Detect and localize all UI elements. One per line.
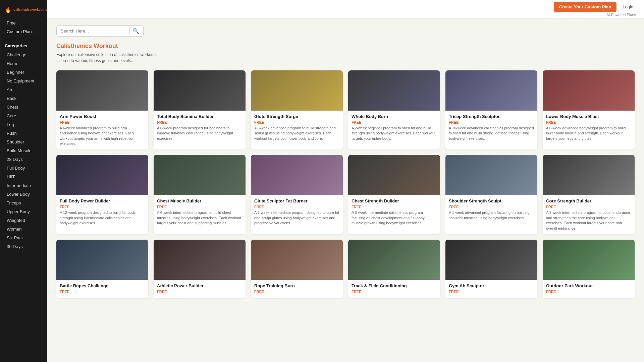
- workout-card[interactable]: Tricep Strength SculptorFREEA 10-week ad…: [445, 70, 537, 149]
- content-area: 🔍 Calisthenics Workout Explore our exten…: [47, 19, 644, 362]
- card-image: [251, 155, 343, 195]
- workout-card[interactable]: Glute Sculptor Fat BurnerFREEA 7-week in…: [251, 155, 343, 234]
- card-badge: FREE: [60, 120, 145, 124]
- cards-row-2: Full Body Power BuilderFREEA 12-week pro…: [56, 155, 635, 234]
- workout-card[interactable]: Lower Body Muscle BlastFREEA 6-week adva…: [543, 70, 635, 149]
- sidebar-divider: [5, 39, 42, 39]
- search-input[interactable]: [61, 28, 127, 34]
- card-title: Glute Strength Surge: [254, 114, 339, 120]
- workout-card[interactable]: Total Body Stamina BuilderFREEA 6-week p…: [154, 70, 246, 149]
- card-image: [251, 70, 343, 111]
- workout-card[interactable]: Chest Muscle BuilderFREEA 6-week interme…: [154, 155, 246, 234]
- sidebar-top-items: FreeCustom Plan: [0, 18, 47, 36]
- card-desc: A 12-week program designed to build full…: [60, 210, 145, 226]
- sidebar-item-lower-body[interactable]: Lower Body: [2, 190, 45, 198]
- workout-card[interactable]: Chest Strength BuilderFREEA 3-week inter…: [348, 155, 440, 234]
- card-badge: FREE: [449, 205, 534, 209]
- sidebar-item-custom-plan[interactable]: Custom Plan: [2, 27, 45, 36]
- workout-card[interactable]: Gym Ab SculptorFREE: [445, 240, 537, 298]
- sidebar-item-chest[interactable]: Chest: [2, 103, 45, 111]
- card-desc: A 1-week advanced program focusing on bu…: [449, 210, 534, 221]
- header-right: Create Your Custom Plan Login AI-Powered…: [554, 2, 636, 17]
- card-desc: A 3-week intermediate program to boost e…: [546, 210, 631, 231]
- card-title: Shoulder Strength Sculpt: [449, 198, 534, 204]
- workout-card[interactable]: Battle Ropes ChallengeFREE: [56, 240, 148, 298]
- card-desc: A 6-week program designed for beginners …: [157, 126, 242, 141]
- sidebar-item-challenge[interactable]: Challenge: [2, 51, 45, 59]
- workout-card[interactable]: Shoulder Strength SculptFREEA 1-week adv…: [445, 155, 537, 234]
- card-title: Athletic Power Builder: [157, 283, 242, 289]
- card-badge: FREE: [546, 290, 631, 294]
- section-desc: Explore our extensive collection of cali…: [56, 52, 164, 64]
- sidebar-item-push[interactable]: Push: [2, 129, 45, 137]
- sidebar-item-28-days[interactable]: 28 Days: [2, 155, 45, 164]
- card-image: [543, 240, 635, 280]
- workout-card[interactable]: Rope Training BurnFREE: [251, 240, 343, 298]
- card-title: Glute Sculptor Fat Burner: [254, 198, 339, 204]
- sidebar-item-weighted[interactable]: Weighted: [2, 216, 45, 225]
- card-title: Arm Power Boost: [60, 114, 145, 120]
- card-image: [445, 240, 537, 280]
- sidebar-item-full-body[interactable]: Full Body: [2, 164, 45, 172]
- card-image: [348, 155, 440, 195]
- logo-text: CalisthenicsWorkoutPlan: [13, 8, 47, 12]
- workout-card[interactable]: Full Body Power BuilderFREEA 12-week pro…: [56, 155, 148, 234]
- workout-card[interactable]: Glute Strength SurgeFREEA 3-week advance…: [251, 70, 343, 149]
- header: Create Your Custom Plan Login AI-Powered…: [47, 0, 644, 19]
- card-desc: A 6-week advanced program to build arm e…: [60, 126, 145, 146]
- card-title: Chest Muscle Builder: [157, 198, 242, 204]
- sidebar-item-30-days[interactable]: 30 Days: [2, 242, 45, 251]
- card-title: Track & Field Conditioning: [352, 283, 437, 289]
- sidebar-item-ab[interactable]: Ab: [2, 85, 45, 94]
- search-bar[interactable]: 🔍: [56, 25, 144, 37]
- card-title: Gym Ab Sculptor: [449, 283, 534, 289]
- card-badge: FREE: [254, 290, 339, 294]
- card-desc: A 6-week intermediate program to build c…: [157, 210, 242, 226]
- sidebar-item-no-equipment[interactable]: No Equipment: [2, 77, 45, 85]
- card-title: Rope Training Burn: [254, 283, 339, 289]
- card-desc: A 3-week advanced program to build stren…: [254, 126, 339, 141]
- sidebar-item-build-muscle[interactable]: Build Muscle: [2, 146, 45, 155]
- sidebar-item-back[interactable]: Back: [2, 94, 45, 103]
- workout-card[interactable]: Athletic Power BuilderFREE: [154, 240, 246, 298]
- workout-card[interactable]: Track & Field ConditioningFREE: [348, 240, 440, 298]
- card-image: [251, 240, 343, 280]
- search-icon[interactable]: 🔍: [132, 28, 139, 34]
- workout-card[interactable]: Outdoor Park WorkoutFREE: [543, 240, 635, 298]
- card-desc: A 3-week intermediate calisthenics progr…: [352, 210, 437, 226]
- login-button[interactable]: Login: [620, 3, 636, 11]
- sidebar-item-shoulder[interactable]: Shoulder: [2, 138, 45, 146]
- sidebar-item-hiit[interactable]: HIIT: [2, 173, 45, 181]
- workout-card[interactable]: Core Strength BuilderFREEA 3-week interm…: [543, 155, 635, 234]
- ai-powered-label: AI-Powered Plans: [606, 13, 636, 17]
- card-image: [154, 155, 246, 195]
- sidebar-category-items: ChallengeHomeBeginnerNo EquipmentAbBackC…: [0, 50, 47, 251]
- card-badge: FREE: [546, 120, 631, 124]
- card-badge: FREE: [449, 120, 534, 124]
- card-badge: FREE: [449, 290, 534, 294]
- sidebar-item-core[interactable]: Core: [2, 112, 45, 120]
- search-divider: [129, 28, 130, 34]
- card-badge: FREE: [254, 205, 339, 209]
- sidebar-item-intermediate[interactable]: Intermediate: [2, 181, 45, 190]
- card-badge: FREE: [157, 290, 242, 294]
- workout-card[interactable]: Arm Power BoostFREEA 6-week advanced pro…: [56, 70, 148, 149]
- sidebar-categories-label: Categories: [0, 42, 47, 50]
- card-title: Whole Body Burn: [352, 114, 437, 120]
- card-title: Chest Strength Builder: [352, 198, 437, 204]
- card-image: [543, 155, 635, 195]
- create-custom-plan-button[interactable]: Create Your Custom Plan: [554, 2, 617, 12]
- section-title: Calisthenics Workout: [56, 43, 635, 50]
- sidebar-item-six-pack[interactable]: Six Pack: [2, 234, 45, 242]
- sidebar-item-women[interactable]: Women: [2, 225, 45, 233]
- card-image: [348, 70, 440, 111]
- card-badge: FREE: [352, 120, 437, 124]
- workout-card[interactable]: Whole Body BurnFREEA 2-week beginner pro…: [348, 70, 440, 149]
- sidebar-item-upper-body[interactable]: Upper Body: [2, 207, 45, 216]
- sidebar-item-leg[interactable]: Leg: [2, 120, 45, 129]
- sidebar-item-beginner[interactable]: Beginner: [2, 68, 45, 76]
- sidebar-item-home[interactable]: Home: [2, 59, 45, 68]
- sidebar-item-free[interactable]: Free: [2, 19, 45, 27]
- cards-row-1: Arm Power BoostFREEA 6-week advanced pro…: [56, 70, 635, 149]
- sidebar-item-triceps[interactable]: Triceps: [2, 199, 45, 207]
